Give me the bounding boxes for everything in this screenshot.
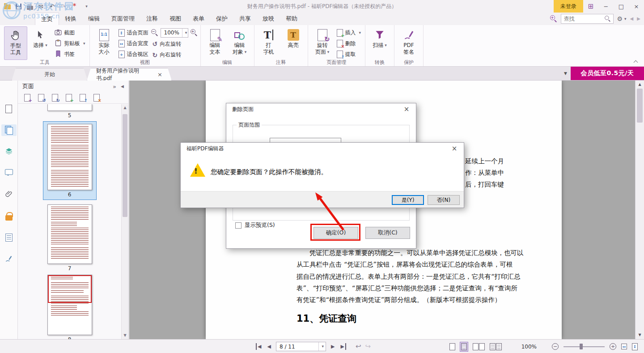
delete-dialog-close-icon[interactable]: × [397, 103, 416, 115]
zoom-out-icon[interactable]: − [151, 29, 158, 36]
actual-size-button[interactable]: 1:1 实际 大小 [93, 26, 116, 60]
page-number-combo[interactable]: 8 / 11 ▾ [276, 342, 326, 351]
tab-edit[interactable]: 编辑 [82, 13, 106, 25]
tab-present[interactable]: 放映 [257, 13, 280, 25]
tab-start-page[interactable]: 开始 [12, 68, 88, 81]
extract-pages-button[interactable]: ↑提取 [335, 49, 363, 60]
zoom-out-button[interactable]: − [552, 343, 559, 350]
show-preview-checkbox[interactable] [235, 222, 242, 229]
search-input[interactable] [564, 16, 602, 22]
page-thumbnails-panel-button[interactable] [1, 124, 17, 136]
fields-panel-button[interactable] [1, 232, 17, 243]
signatures-panel-button[interactable] [1, 253, 17, 265]
gear-icon[interactable]: ⚙ [617, 16, 623, 22]
tab-list-dropdown-icon[interactable]: ▼ [564, 72, 567, 76]
maximize-button[interactable]: □ [614, 0, 629, 13]
edit-text-button[interactable]: ✎ 编辑 文本 [203, 26, 227, 60]
undo-icon[interactable]: ↶ [48, 2, 56, 10]
continuous-view-button[interactable] [460, 342, 468, 351]
fit-page-button[interactable]: ↕ [632, 343, 638, 350]
tab-form[interactable]: 表单 [187, 13, 210, 25]
previous-view-button[interactable]: ↩ [356, 343, 361, 350]
qat-dropdown-icon[interactable]: ▾ [83, 2, 90, 10]
no-button[interactable]: 否(N) [428, 195, 460, 205]
gear-dropdown-icon[interactable]: ▾ [624, 17, 627, 21]
hand-tool-button[interactable]: 手型 工具 [4, 26, 27, 60]
fit-width-button[interactable]: ↔ [621, 344, 627, 349]
select-tool-button[interactable]: 选择▾ [29, 26, 52, 60]
document-scrollbar[interactable]: ▲ ▼ [635, 81, 644, 339]
email-icon[interactable]: ✉ [37, 2, 45, 10]
thumbnail-scrollbar[interactable]: ▲ ▼ [121, 104, 128, 339]
comments-panel-button[interactable] [1, 167, 17, 179]
thumbnail-scrollbar-thumb[interactable] [123, 114, 127, 217]
open-file-icon[interactable] [4, 2, 11, 10]
fit-page-button[interactable]: ↕适合页面 [117, 28, 150, 38]
confirm-dialog-close-icon[interactable]: × [445, 143, 464, 155]
login-button[interactable]: 未登录 [554, 0, 583, 13]
extract-page-icon[interactable]: ↑ [80, 94, 86, 102]
fit-visible-button[interactable]: +适合视区 [117, 49, 150, 60]
first-page-button[interactable]: ◀ [256, 343, 262, 350]
save-icon[interactable] [15, 2, 22, 10]
rotate-right-button[interactable]: ↻向右旋转 [151, 50, 198, 60]
zoom-page-icon[interactable]: + [24, 94, 30, 102]
zoom-slider[interactable] [564, 343, 605, 350]
typewriter-button[interactable]: T 打 字机 [257, 26, 280, 60]
rotate-left-button[interactable]: ↺向左旋转 [151, 39, 198, 49]
zoom-level-combo[interactable]: 100%▾ [161, 28, 188, 38]
tab-home[interactable]: 主页 [35, 13, 59, 25]
close-tab-icon[interactable]: × [157, 72, 162, 77]
redo-icon[interactable]: ↷ [59, 2, 67, 10]
facing-view-button[interactable] [473, 343, 485, 350]
thumbnail-page-5[interactable]: 5 [47, 104, 92, 119]
thumbnail-page-6-selected[interactable]: 6 [43, 121, 97, 200]
facing-continuous-view-button[interactable] [490, 343, 502, 350]
clipboard-button[interactable]: 剪贴板▾ [53, 38, 87, 49]
tab-comment[interactable]: 注释 [140, 13, 164, 25]
collapse-panel-icon[interactable]: ◀ [121, 85, 124, 89]
tab-active-document[interactable]: 财务用户操作说明书.pdf × [87, 68, 172, 81]
rotate-page-left-icon[interactable]: ↺ [38, 94, 44, 102]
scan-button[interactable]: 扫描▾ [368, 26, 391, 60]
collapse-ribbon-icon[interactable] [634, 60, 638, 64]
thumbnail-page-7[interactable]: 7 [47, 204, 92, 272]
ribbon-scroll-left-icon[interactable]: ◀ [630, 17, 634, 21]
advanced-search-icon[interactable]: + [550, 15, 557, 22]
asterisk-icon[interactable]: * [71, 2, 78, 10]
last-page-button[interactable]: ▶ [339, 343, 346, 350]
grid-apps-icon[interactable]: ⊞ [583, 0, 598, 13]
tab-protect[interactable]: 保护 [210, 13, 233, 25]
bookmarks-panel-button[interactable] [1, 103, 17, 115]
rotate-page-right-icon[interactable]: ↻ [52, 94, 58, 102]
tab-view[interactable]: 视图 [164, 13, 187, 25]
thumbnail-page-8[interactable]: 8 [47, 275, 92, 339]
membership-banner[interactable]: 会员低至0.5元/天 [571, 67, 644, 80]
delete-page-icon[interactable]: × [93, 94, 100, 102]
rotate-pages-button[interactable]: ↻ 旋转 页面▾ [311, 26, 334, 60]
delete-pages-button[interactable]: ×删除 [335, 38, 363, 49]
search-icon[interactable] [605, 16, 611, 22]
tab-share[interactable]: 共享 [233, 13, 257, 25]
yes-button[interactable]: 是(Y) [392, 195, 424, 205]
insert-page-icon[interactable]: + [66, 94, 72, 102]
print-icon[interactable] [26, 2, 34, 10]
snapshot-button[interactable]: 截图 [53, 28, 87, 38]
ribbon-scroll-right-icon[interactable]: ▶ [637, 17, 640, 21]
insert-pages-button[interactable]: +插入▾ [335, 28, 363, 38]
fit-width-button[interactable]: ↔适合宽度 [117, 38, 150, 49]
document-scrollbar-thumb[interactable] [637, 89, 643, 123]
next-view-button[interactable]: ↪ [365, 343, 371, 350]
highlight-button[interactable]: T 高亮 [282, 26, 305, 60]
cancel-button[interactable]: 取消(C) [365, 227, 410, 239]
zoom-in-button[interactable]: + [610, 343, 616, 350]
layers-panel-button[interactable] [1, 146, 17, 157]
attachments-panel-button[interactable] [1, 189, 17, 200]
edit-object-button[interactable]: 编辑 对象▾ [228, 26, 251, 60]
security-panel-button[interactable] [1, 210, 17, 222]
tab-help[interactable]: 帮助 [280, 13, 303, 25]
single-page-view-button[interactable] [449, 343, 455, 350]
pdf-sign-button[interactable]: PDF 签名 [397, 26, 420, 60]
previous-page-button[interactable]: ◀ [266, 343, 271, 350]
zoom-in-icon[interactable]: + [191, 29, 198, 36]
